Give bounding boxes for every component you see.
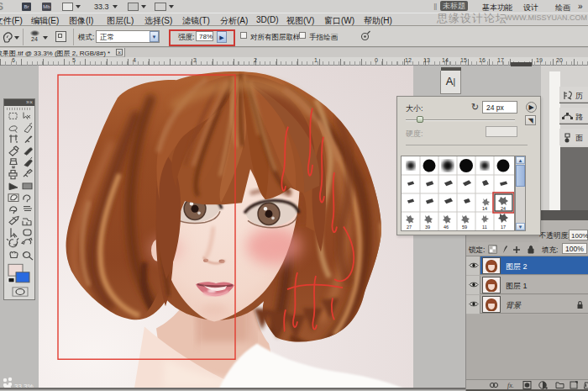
- svg-text:24: 24: [501, 206, 506, 211]
- svg-text:17: 17: [501, 225, 506, 230]
- svg-text:fx.: fx.: [507, 382, 514, 389]
- svg-text:27: 27: [407, 225, 412, 230]
- svg-text:59: 59: [462, 225, 467, 230]
- svg-text:11: 11: [482, 225, 487, 230]
- svg-text:39: 39: [425, 225, 430, 230]
- svg-text:14: 14: [482, 206, 487, 211]
- svg-text:46: 46: [444, 225, 449, 230]
